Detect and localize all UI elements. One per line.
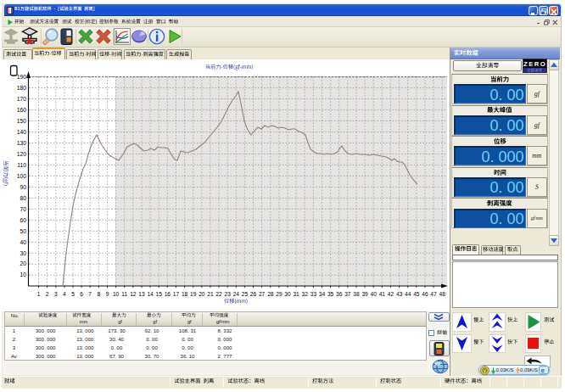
svg-text:6: 6 — [80, 291, 83, 297]
svg-text:140: 140 — [17, 129, 27, 135]
svg-text:10: 10 — [20, 272, 26, 277]
svg-text:12: 12 — [130, 291, 137, 297]
svg-text:38: 38 — [353, 291, 360, 297]
svg-text:5: 5 — [71, 291, 75, 297]
svg-text:20: 20 — [199, 291, 205, 297]
svg-text:160: 160 — [17, 107, 27, 113]
svg-text:35: 35 — [327, 291, 334, 297]
svg-text:3: 3 — [54, 291, 58, 297]
svg-text:10: 10 — [113, 291, 120, 297]
svg-text:17: 17 — [173, 291, 180, 297]
svg-text:9: 9 — [106, 291, 109, 297]
svg-text:150: 150 — [17, 118, 27, 124]
svg-text:4: 4 — [63, 291, 66, 297]
svg-text:18: 18 — [182, 291, 188, 297]
svg-text:42: 42 — [388, 291, 394, 297]
svg-text:46: 46 — [422, 291, 428, 297]
svg-text:34: 34 — [319, 291, 326, 297]
svg-text:50: 50 — [20, 228, 26, 234]
svg-text:44: 44 — [405, 291, 411, 297]
svg-text:27: 27 — [259, 291, 266, 297]
svg-text:32: 32 — [302, 291, 309, 297]
svg-text:130: 130 — [17, 140, 27, 146]
svg-text:40: 40 — [371, 291, 378, 297]
svg-text:47: 47 — [430, 291, 437, 297]
svg-text:190: 190 — [17, 74, 27, 80]
svg-text:2: 2 — [46, 291, 49, 297]
svg-text:36: 36 — [336, 291, 343, 297]
svg-text:40: 40 — [20, 239, 26, 245]
svg-text:120: 120 — [17, 151, 27, 157]
svg-text:90: 90 — [20, 184, 26, 190]
svg-text:16: 16 — [165, 291, 171, 297]
svg-text:170: 170 — [17, 96, 27, 102]
svg-text:1: 1 — [37, 291, 41, 297]
svg-text:60: 60 — [20, 217, 26, 223]
svg-text:25: 25 — [242, 291, 249, 297]
svg-text:41: 41 — [379, 291, 386, 297]
svg-text:26: 26 — [250, 291, 257, 297]
svg-text:11: 11 — [121, 291, 127, 297]
svg-text:28: 28 — [267, 291, 274, 297]
svg-text:70: 70 — [20, 206, 26, 212]
svg-text:30: 30 — [20, 250, 26, 256]
svg-text:8: 8 — [98, 291, 101, 297]
svg-text:13: 13 — [138, 291, 145, 297]
svg-text:21: 21 — [207, 291, 214, 297]
svg-text:15: 15 — [156, 291, 163, 297]
svg-text:20: 20 — [20, 260, 26, 266]
svg-text:30: 30 — [284, 291, 291, 297]
svg-text:29: 29 — [276, 291, 282, 297]
svg-text:39: 39 — [361, 291, 368, 297]
svg-text:19: 19 — [190, 291, 197, 297]
svg-text:80: 80 — [20, 195, 26, 201]
svg-text:37: 37 — [344, 291, 351, 297]
svg-text:7: 7 — [88, 291, 92, 297]
svg-text:180: 180 — [17, 85, 27, 91]
svg-text:31: 31 — [293, 291, 299, 297]
svg-text:14: 14 — [147, 291, 154, 297]
svg-text:100: 100 — [17, 173, 27, 179]
svg-text:24: 24 — [233, 291, 240, 297]
svg-text:45: 45 — [413, 291, 420, 297]
svg-text:48: 48 — [439, 291, 446, 297]
svg-text:33: 33 — [310, 291, 317, 297]
svg-text:110: 110 — [17, 162, 26, 168]
svg-text:22: 22 — [215, 291, 222, 297]
svg-text:43: 43 — [396, 291, 403, 297]
svg-text:23: 23 — [225, 291, 232, 297]
